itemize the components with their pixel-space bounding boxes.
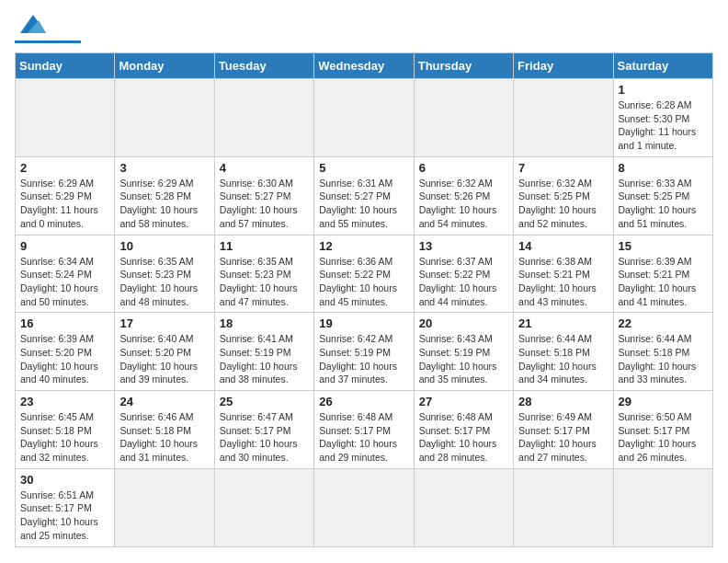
day-info: Sunrise: 6:44 AM Sunset: 5:18 PM Dayligh… (518, 332, 608, 386)
calendar-cell: 13Sunrise: 6:37 AM Sunset: 5:22 PM Dayli… (414, 235, 513, 313)
calendar-cell: 18Sunrise: 6:41 AM Sunset: 5:19 PM Dayli… (214, 313, 313, 391)
logo (15, 15, 81, 43)
weekday-header-row: SundayMondayTuesdayWednesdayThursdayFrid… (16, 53, 713, 79)
calendar-cell: 28Sunrise: 6:49 AM Sunset: 5:17 PM Dayli… (514, 391, 613, 469)
page-header (15, 15, 713, 43)
day-info: Sunrise: 6:32 AM Sunset: 5:25 PM Dayligh… (518, 177, 608, 231)
day-number: 6 (419, 161, 508, 175)
calendar-cell: 29Sunrise: 6:50 AM Sunset: 5:17 PM Dayli… (613, 391, 712, 469)
day-info: Sunrise: 6:33 AM Sunset: 5:25 PM Dayligh… (619, 177, 708, 231)
week-row-0: 1Sunrise: 6:28 AM Sunset: 5:30 PM Daylig… (16, 79, 713, 157)
calendar-cell: 21Sunrise: 6:44 AM Sunset: 5:18 PM Dayli… (514, 313, 613, 391)
day-info: Sunrise: 6:40 AM Sunset: 5:20 PM Dayligh… (119, 332, 209, 386)
day-number: 4 (220, 161, 309, 175)
day-info: Sunrise: 6:31 AM Sunset: 5:27 PM Dayligh… (319, 177, 408, 231)
calendar-cell: 3Sunrise: 6:29 AM Sunset: 5:28 PM Daylig… (115, 156, 214, 235)
day-info: Sunrise: 6:38 AM Sunset: 5:21 PM Dayligh… (518, 255, 608, 309)
day-info: Sunrise: 6:43 AM Sunset: 5:19 PM Dayligh… (419, 332, 508, 386)
week-row-5: 30Sunrise: 6:51 AM Sunset: 5:17 PM Dayli… (16, 468, 713, 546)
day-number: 7 (518, 161, 608, 175)
day-number: 14 (518, 239, 608, 253)
day-info: Sunrise: 6:35 AM Sunset: 5:23 PM Dayligh… (220, 255, 309, 309)
day-number: 25 (220, 395, 309, 408)
calendar-cell: 4Sunrise: 6:30 AM Sunset: 5:27 PM Daylig… (214, 156, 313, 235)
calendar-cell: 27Sunrise: 6:48 AM Sunset: 5:17 PM Dayli… (414, 391, 513, 469)
calendar-cell: 7Sunrise: 6:32 AM Sunset: 5:25 PM Daylig… (514, 156, 613, 235)
calendar-cell: 24Sunrise: 6:46 AM Sunset: 5:18 PM Dayli… (115, 391, 214, 469)
calendar-cell (514, 79, 613, 157)
day-number: 9 (20, 239, 109, 253)
calendar-cell (214, 79, 313, 157)
day-number: 13 (419, 239, 508, 253)
calendar-cell: 19Sunrise: 6:42 AM Sunset: 5:19 PM Dayli… (314, 313, 414, 391)
day-number: 16 (20, 316, 109, 330)
calendar-body: 1Sunrise: 6:28 AM Sunset: 5:30 PM Daylig… (16, 79, 713, 547)
calendar-cell (414, 468, 513, 546)
day-number: 27 (419, 395, 508, 408)
day-info: Sunrise: 6:41 AM Sunset: 5:19 PM Dayligh… (220, 332, 309, 386)
calendar-cell: 20Sunrise: 6:43 AM Sunset: 5:19 PM Dayli… (414, 313, 513, 391)
day-number: 15 (619, 239, 708, 253)
calendar-cell: 2Sunrise: 6:29 AM Sunset: 5:29 PM Daylig… (16, 156, 115, 235)
day-number: 30 (20, 473, 109, 487)
day-number: 8 (619, 161, 708, 175)
calendar-cell: 26Sunrise: 6:48 AM Sunset: 5:17 PM Dayli… (314, 391, 414, 469)
calendar-cell (115, 79, 214, 157)
day-info: Sunrise: 6:37 AM Sunset: 5:22 PM Dayligh… (419, 255, 508, 309)
day-info: Sunrise: 6:35 AM Sunset: 5:23 PM Dayligh… (119, 255, 209, 309)
calendar-cell: 8Sunrise: 6:33 AM Sunset: 5:25 PM Daylig… (613, 156, 712, 235)
week-row-2: 9Sunrise: 6:34 AM Sunset: 5:24 PM Daylig… (16, 235, 713, 313)
calendar-cell (514, 468, 613, 546)
day-number: 1 (619, 83, 708, 97)
calendar-cell: 15Sunrise: 6:39 AM Sunset: 5:21 PM Dayli… (613, 235, 712, 313)
day-number: 2 (20, 161, 109, 175)
day-number: 11 (220, 239, 309, 253)
day-info: Sunrise: 6:45 AM Sunset: 5:18 PM Dayligh… (20, 410, 109, 465)
day-number: 5 (319, 161, 408, 175)
calendar-cell (115, 468, 214, 546)
day-info: Sunrise: 6:29 AM Sunset: 5:29 PM Dayligh… (20, 177, 109, 231)
day-info: Sunrise: 6:28 AM Sunset: 5:30 PM Dayligh… (619, 98, 708, 153)
calendar-cell: 17Sunrise: 6:40 AM Sunset: 5:20 PM Dayli… (115, 313, 214, 391)
calendar-cell: 30Sunrise: 6:51 AM Sunset: 5:17 PM Dayli… (16, 468, 115, 546)
calendar-table: SundayMondayTuesdayWednesdayThursdayFrid… (15, 52, 713, 547)
day-number: 18 (220, 316, 309, 330)
calendar-cell: 11Sunrise: 6:35 AM Sunset: 5:23 PM Dayli… (214, 235, 313, 313)
weekday-header-friday: Friday (514, 53, 613, 79)
weekday-header-thursday: Thursday (414, 53, 513, 79)
logo-icon (20, 13, 46, 33)
day-info: Sunrise: 6:32 AM Sunset: 5:26 PM Dayligh… (419, 177, 508, 231)
day-info: Sunrise: 6:51 AM Sunset: 5:17 PM Dayligh… (20, 488, 109, 543)
day-number: 10 (119, 239, 209, 253)
calendar-cell (16, 79, 115, 157)
weekday-header-monday: Monday (115, 53, 214, 79)
day-info: Sunrise: 6:39 AM Sunset: 5:20 PM Dayligh… (20, 332, 109, 386)
day-info: Sunrise: 6:44 AM Sunset: 5:18 PM Dayligh… (619, 332, 708, 386)
week-row-1: 2Sunrise: 6:29 AM Sunset: 5:29 PM Daylig… (16, 156, 713, 235)
day-info: Sunrise: 6:29 AM Sunset: 5:28 PM Dayligh… (119, 177, 209, 231)
weekday-header-wednesday: Wednesday (314, 53, 414, 79)
day-info: Sunrise: 6:39 AM Sunset: 5:21 PM Dayligh… (619, 255, 708, 309)
day-number: 24 (119, 395, 209, 408)
calendar-cell: 16Sunrise: 6:39 AM Sunset: 5:20 PM Dayli… (16, 313, 115, 391)
calendar-cell: 1Sunrise: 6:28 AM Sunset: 5:30 PM Daylig… (613, 79, 712, 157)
calendar-cell: 12Sunrise: 6:36 AM Sunset: 5:22 PM Dayli… (314, 235, 414, 313)
calendar-cell (414, 79, 513, 157)
calendar-cell (314, 468, 414, 546)
day-number: 23 (20, 395, 109, 408)
day-number: 29 (619, 395, 708, 408)
calendar-cell: 14Sunrise: 6:38 AM Sunset: 5:21 PM Dayli… (514, 235, 613, 313)
weekday-header-sunday: Sunday (16, 53, 115, 79)
day-info: Sunrise: 6:49 AM Sunset: 5:17 PM Dayligh… (518, 410, 608, 465)
week-row-4: 23Sunrise: 6:45 AM Sunset: 5:18 PM Dayli… (16, 391, 713, 469)
calendar-cell (613, 468, 712, 546)
calendar-cell (314, 79, 414, 157)
day-number: 17 (119, 316, 209, 330)
calendar-cell: 10Sunrise: 6:35 AM Sunset: 5:23 PM Dayli… (115, 235, 214, 313)
weekday-header-saturday: Saturday (613, 53, 712, 79)
day-info: Sunrise: 6:47 AM Sunset: 5:17 PM Dayligh… (220, 410, 309, 465)
day-number: 20 (419, 316, 508, 330)
day-info: Sunrise: 6:30 AM Sunset: 5:27 PM Dayligh… (220, 177, 309, 231)
calendar-cell: 5Sunrise: 6:31 AM Sunset: 5:27 PM Daylig… (314, 156, 414, 235)
calendar-cell: 22Sunrise: 6:44 AM Sunset: 5:18 PM Dayli… (613, 313, 712, 391)
